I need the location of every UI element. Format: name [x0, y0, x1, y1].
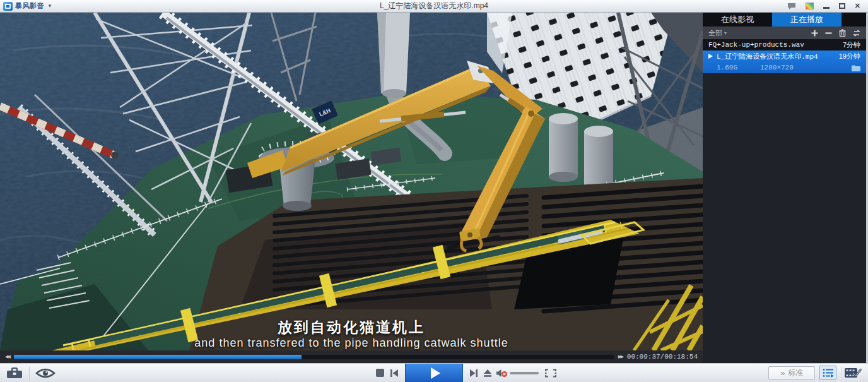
subtitle-zh: 放到自动化猫道机上: [0, 318, 703, 337]
chevrons-right-icon: »: [780, 369, 785, 377]
time-display: 00:09:37/00:18:54: [627, 353, 698, 361]
skin-button[interactable]: [806, 3, 814, 9]
divider: [29, 367, 30, 379]
media-size: 1.69G: [717, 64, 737, 71]
toolbox-button[interactable]: [6, 367, 23, 379]
now-playing-icon: [708, 54, 713, 59]
standard-mode-label: 标准: [788, 367, 803, 378]
eject-button[interactable]: [483, 369, 492, 377]
tab-online-video[interactable]: 在线影视: [703, 13, 772, 27]
sort-icon[interactable]: [853, 30, 860, 37]
rig-scene: L&H: [0, 13, 703, 350]
window-title: L_辽宁陆海设备汉语无水印.mp4: [0, 1, 868, 11]
video-frame[interactable]: L&H 放到自动化猫道机上 and then transfered to the…: [0, 13, 703, 350]
seek-bar-fill: [14, 355, 302, 359]
feedback-icon[interactable]: [787, 3, 796, 10]
volume-slider[interactable]: [510, 372, 539, 374]
playlist-tabs: 在线影视 正在播放: [703, 13, 866, 27]
playlist-panel: 在线影视 正在播放 全部 ▾ FQ+Jack-up+products.wav 7…: [703, 13, 868, 363]
stop-icon: [376, 369, 384, 377]
forward-icon[interactable]: ▶▶: [618, 354, 623, 359]
divider: [841, 367, 842, 379]
clear-list-icon[interactable]: [839, 29, 846, 37]
media-resolution: 1280×720: [760, 64, 794, 71]
media-name: FQ+Jack-up+products.wav: [708, 41, 804, 49]
media-duration: 7分钟: [843, 40, 860, 50]
subtitle-en: and then transfered to the pipe handling…: [0, 337, 703, 350]
playlist-icon: [823, 368, 834, 378]
eye-icon: [35, 368, 56, 378]
folder-icon[interactable]: [852, 64, 860, 71]
media-duration: 19分钟: [839, 52, 860, 61]
close-button[interactable]: ✕: [855, 3, 860, 9]
previous-button[interactable]: [390, 369, 399, 377]
skip-next-icon: [469, 369, 478, 377]
rewind-icon[interactable]: ◀◀: [5, 354, 9, 359]
film-check-icon: [844, 367, 862, 379]
media-library-button[interactable]: [844, 367, 862, 379]
filter-dropdown[interactable]: 全部: [708, 28, 722, 38]
media-name: L_辽宁陆海设备汉语无水印.mp4: [717, 52, 818, 61]
volume-muted-icon: [496, 369, 508, 378]
seek-row: ◀◀ ▶▶ 00:09:37/00:18:54: [0, 350, 703, 363]
chevron-down-icon: ▾: [724, 30, 727, 36]
toolbox-icon: [6, 367, 23, 379]
skip-previous-icon: [390, 369, 399, 377]
control-bar: » 标准: [0, 363, 868, 382]
left-eye-button[interactable]: [35, 368, 56, 378]
play-button[interactable]: [405, 364, 463, 382]
playlist-item-selected[interactable]: L_辽宁陆海设备汉语无水印.mp4 19分钟 1.69G 1280×720: [703, 51, 866, 73]
fullscreen-button[interactable]: [545, 369, 556, 378]
stop-button[interactable]: [376, 369, 384, 377]
standard-mode-button[interactable]: » 标准: [768, 366, 815, 379]
fullscreen-icon: [545, 369, 556, 378]
remove-media-icon[interactable]: [825, 30, 832, 37]
add-media-icon[interactable]: [811, 30, 818, 37]
playlist-item[interactable]: FQ+Jack-up+products.wav 7分钟: [703, 39, 866, 51]
mute-button[interactable]: [496, 369, 508, 378]
playlist-toolbar: 全部 ▾: [703, 27, 866, 39]
tab-now-playing[interactable]: 正在播放: [772, 13, 842, 27]
maximize-button[interactable]: [839, 3, 845, 9]
seek-bar[interactable]: [14, 355, 614, 359]
minimize-button[interactable]: [823, 7, 830, 9]
next-button[interactable]: [469, 369, 478, 377]
eject-icon: [483, 369, 492, 377]
title-bar: 暴风影音 ▼ L_辽宁陆海设备汉语无水印.mp4 ✕: [0, 0, 868, 13]
play-icon: [431, 367, 440, 379]
playlist-toggle-button[interactable]: [819, 366, 836, 380]
